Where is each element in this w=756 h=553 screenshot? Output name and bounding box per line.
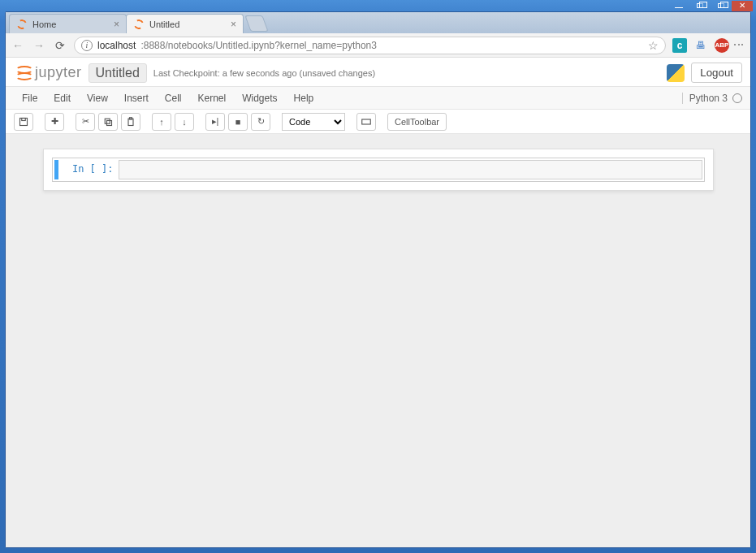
address-path: :8888/notebooks/Untitled.ipynb?kernel_na… (140, 40, 377, 51)
jupyter-logo-icon (14, 64, 32, 82)
svg-rect-2 (105, 119, 110, 123)
window-frame: Home × Untitled × ← → ⟳ i localhost:8888… (0, 0, 756, 553)
back-button[interactable]: ← (11, 38, 25, 53)
add-cell-button[interactable]: ✚ (45, 113, 64, 131)
notebook-area: In [ ]: (6, 134, 750, 547)
kernel-status-icon (732, 93, 742, 103)
save-button[interactable] (14, 113, 33, 131)
kernel-name: Python 3 (689, 93, 728, 104)
jupyter-favicon-icon (133, 19, 145, 30)
extension-icon[interactable]: c (672, 38, 687, 53)
interrupt-button[interactable]: ■ (228, 113, 248, 131)
svg-rect-0 (20, 118, 28, 125)
adblock-extension-icon[interactable]: ABP (715, 38, 729, 53)
forward-button[interactable]: → (32, 38, 46, 53)
save-icon (19, 117, 28, 127)
svg-rect-1 (22, 118, 26, 120)
cell-type-select[interactable]: Code (282, 113, 345, 131)
checkpoint-status: Last Checkpoint: a few seconds ago (unsa… (153, 68, 375, 78)
menu-insert[interactable]: Insert (116, 93, 157, 104)
notebook-header: jupyter Untitled Last Checkpoint: a few … (6, 58, 750, 87)
notebook-name[interactable]: Untitled (89, 63, 147, 83)
menu-edit[interactable]: Edit (45, 93, 79, 104)
copy-button[interactable] (98, 113, 118, 131)
window-close-button[interactable] (732, 1, 753, 11)
copy-icon (103, 117, 113, 127)
address-host: localhost (97, 40, 136, 51)
code-input[interactable] (119, 160, 702, 179)
printer-extension-icon[interactable]: 🖶 (693, 38, 708, 53)
paste-icon (126, 117, 136, 127)
arrow-up-icon: ↑ (159, 117, 164, 127)
notebook-container: In [ ]: (43, 149, 714, 191)
bookmark-star-icon[interactable]: ☆ (648, 39, 659, 52)
jupyter-logo[interactable]: jupyter (14, 64, 82, 82)
window-minimize-button[interactable] (668, 1, 689, 11)
jupyter-favicon-icon (16, 19, 28, 30)
close-tab-icon[interactable]: × (231, 19, 236, 30)
toolbar: ✚ ✂ ↑ ↓ ▸| ■ ↻ Code (6, 110, 750, 134)
window-maximize-button[interactable] (689, 1, 711, 11)
browser-toolbar: ← → ⟳ i localhost:8888/notebooks/Untitle… (6, 33, 750, 58)
move-up-button[interactable]: ↑ (152, 113, 171, 131)
browser-tab-home[interactable]: Home × (9, 14, 127, 33)
tab-label: Untitled (149, 19, 179, 29)
python-logo-icon (667, 64, 685, 82)
site-info-icon[interactable]: i (81, 40, 93, 51)
celltoolbar-button[interactable]: CellToolbar (387, 113, 447, 131)
cut-button[interactable]: ✂ (76, 113, 95, 131)
keyboard-icon (361, 117, 371, 127)
window-titlebar (0, 0, 756, 11)
kernel-indicator: Python 3 (682, 93, 742, 104)
svg-rect-3 (107, 120, 112, 125)
code-cell[interactable]: In [ ]: (52, 158, 705, 182)
close-tab-icon[interactable]: × (114, 19, 119, 30)
menu-file[interactable]: File (14, 93, 45, 104)
svg-rect-6 (362, 119, 371, 124)
browser-tabstrip: Home × Untitled × (6, 12, 750, 33)
run-button[interactable]: ▸| (205, 113, 225, 131)
tab-label: Home (32, 19, 56, 29)
plus-icon: ✚ (51, 116, 58, 127)
address-bar[interactable]: i localhost:8888/notebooks/Untitled.ipyn… (74, 37, 666, 54)
jupyter-logo-text: jupyter (35, 64, 82, 81)
scissors-icon: ✂ (82, 116, 89, 127)
browser-window: Home × Untitled × ← → ⟳ i localhost:8888… (5, 11, 751, 548)
input-prompt: In [ ]: (62, 160, 119, 179)
cell-select-bar (54, 160, 58, 179)
window-restore-button[interactable] (711, 1, 732, 11)
browser-menu-icon[interactable]: ⋮ (736, 39, 745, 51)
command-palette-button[interactable] (356, 113, 376, 131)
menu-cell[interactable]: Cell (157, 93, 190, 104)
logout-button[interactable]: Logout (691, 63, 742, 83)
move-down-button[interactable]: ↓ (175, 113, 194, 131)
new-tab-button[interactable] (244, 15, 268, 32)
menu-kernel[interactable]: Kernel (190, 93, 235, 104)
browser-tab-untitled[interactable]: Untitled × (126, 14, 244, 33)
menu-widgets[interactable]: Widgets (234, 93, 285, 104)
restart-icon: ↻ (257, 116, 265, 127)
restart-button[interactable]: ↻ (251, 113, 270, 131)
run-icon: ▸| (212, 116, 219, 127)
menu-view[interactable]: View (79, 93, 116, 104)
reload-button[interactable]: ⟳ (53, 38, 67, 53)
stop-icon: ■ (235, 117, 241, 127)
notebook-app: jupyter Untitled Last Checkpoint: a few … (6, 58, 750, 547)
arrow-down-icon: ↓ (182, 117, 187, 127)
menubar: File Edit View Insert Cell Kernel Widget… (6, 87, 750, 110)
menu-help[interactable]: Help (286, 93, 322, 104)
paste-button[interactable] (121, 113, 140, 131)
